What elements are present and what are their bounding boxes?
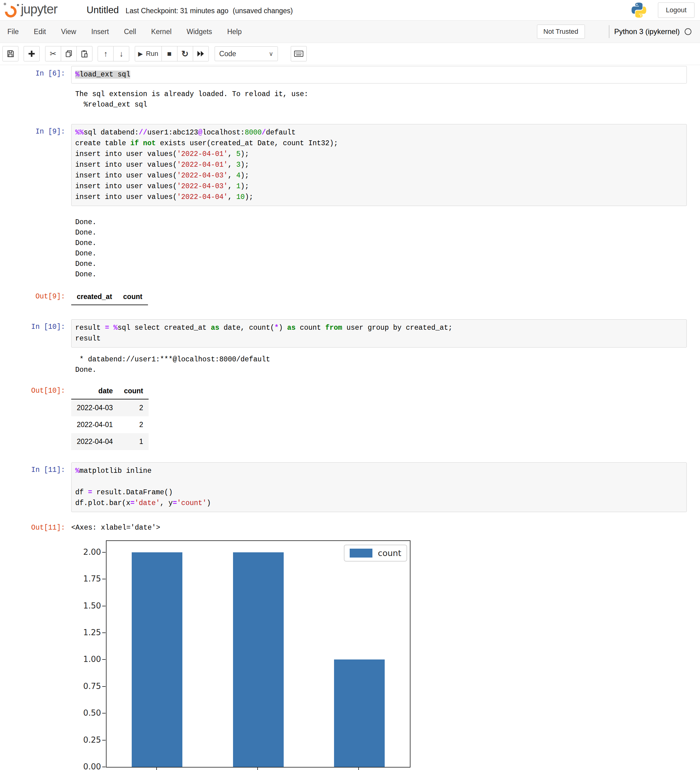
dropdown-chevron-icon: ∨ xyxy=(268,50,273,57)
interrupt-kernel-button[interactable]: ■ xyxy=(162,46,178,61)
code-token: 'count' xyxy=(177,499,207,507)
jupyter-logo-text: jupyter xyxy=(21,2,57,16)
menu-widgets[interactable]: Widgets xyxy=(187,28,212,36)
code-token: ) xyxy=(207,499,211,507)
code-input-area[interactable]: result = %sql select created_at as date,… xyxy=(71,319,687,348)
code-token: , xyxy=(228,150,236,158)
cell-output-stream: * databend://user1:***@localhost:8000/de… xyxy=(75,354,700,375)
table-header-cell: created_at xyxy=(71,290,118,305)
code-token: = xyxy=(88,489,92,497)
cell-output-row: Out[9]:created_atcount xyxy=(0,289,700,305)
restart-run-all-button[interactable] xyxy=(193,46,209,61)
code-token: = xyxy=(105,324,109,332)
python-logo-icon xyxy=(630,2,648,19)
code-token: ); xyxy=(240,150,249,158)
code-token: insert into user values( xyxy=(75,193,177,201)
chart-axes: count xyxy=(106,540,411,768)
code-input-area[interactable]: %load_ext sql xyxy=(71,66,687,84)
notebook-container: In [6]:%load_ext sqlThe sql extension is… xyxy=(0,65,700,770)
table-header-cell: date xyxy=(71,384,118,399)
cell-output-stream: Done.Done.Done.Done.Done.Done. xyxy=(75,217,700,280)
code-token: result.DataFrame() xyxy=(92,489,173,497)
output-area: datecount2022-04-0322022-04-0122022-04-0… xyxy=(71,383,149,450)
move-cell-up-button[interactable]: ↑ xyxy=(98,46,113,61)
y-tick-mark xyxy=(102,659,106,660)
cell-type-dropdown[interactable]: Code ∨ xyxy=(215,46,278,61)
menu-cell[interactable]: Cell xyxy=(124,28,136,36)
cut-icon: ✂ xyxy=(50,49,57,59)
copy-icon xyxy=(65,50,73,58)
menu-edit[interactable]: Edit xyxy=(34,28,46,36)
code-token: result xyxy=(75,335,101,343)
restart-icon: ↻ xyxy=(181,49,189,59)
paste-cell-button[interactable] xyxy=(76,46,92,61)
code-token: '2022-04-03' xyxy=(177,182,228,190)
code-token: // xyxy=(139,129,147,137)
toolbar: ✂ ↑ ↓ ▶Run ■ ↻ Code ∨ xyxy=(0,43,700,65)
code-token: date, count( xyxy=(219,324,274,332)
code-line: result = %sql select created_at as date,… xyxy=(75,323,683,333)
unsaved-changes-status: (unsaved changes) xyxy=(233,7,293,15)
menu-insert[interactable]: Insert xyxy=(91,28,109,36)
code-token: %% xyxy=(75,129,84,137)
code-token: count xyxy=(296,324,325,332)
restart-kernel-button[interactable]: ↻ xyxy=(177,46,193,61)
menu-view[interactable]: View xyxy=(61,28,76,36)
bar-2022-04-01 xyxy=(233,552,284,767)
run-icon: ▶ xyxy=(138,50,143,57)
code-token: insert into user values( xyxy=(75,171,177,180)
move-cell-down-button[interactable]: ↓ xyxy=(113,46,129,61)
y-tick-label: 1.25 xyxy=(75,628,101,637)
menu-kernel[interactable]: Kernel xyxy=(151,28,171,36)
notebook-title[interactable]: Untitled xyxy=(87,5,119,16)
stream-line: Done. xyxy=(75,248,700,259)
code-token: matplotlib inline xyxy=(79,467,152,475)
output-prompt: Out[11]: xyxy=(0,520,71,532)
y-tick-mark xyxy=(102,579,106,579)
stream-line: Done. xyxy=(75,259,700,269)
code-token: , y xyxy=(160,499,173,507)
code-token: 10 xyxy=(236,193,245,201)
table-cell: 2 xyxy=(118,399,149,416)
code-token xyxy=(139,139,143,147)
bar-2022-04-03 xyxy=(132,552,183,767)
menu-help[interactable]: Help xyxy=(227,28,242,36)
code-token: 4 xyxy=(236,171,241,180)
input-prompt: In [6]: xyxy=(0,66,71,78)
code-token: 1 xyxy=(236,182,241,190)
y-tick-label: 0.75 xyxy=(75,681,101,691)
code-cell: In [6]:%load_ext sql xyxy=(0,66,700,84)
jupyter-logo[interactable]: jupyter xyxy=(3,2,73,19)
stream-line: Done. xyxy=(75,269,700,280)
code-token: df xyxy=(75,489,88,497)
code-input-area[interactable]: %%sql databend://user1:abc123@localhost:… xyxy=(71,124,687,206)
stream-line: * databend://user1:***@localhost:8000/de… xyxy=(75,354,700,365)
save-button[interactable] xyxy=(2,46,18,61)
copy-cell-button[interactable] xyxy=(61,46,77,61)
add-cell-icon xyxy=(28,50,35,57)
code-line: df.plot.bar(x='date', y='count') xyxy=(75,498,683,509)
code-token: result xyxy=(75,324,105,332)
legend-swatch xyxy=(350,548,372,558)
command-palette-button[interactable] xyxy=(291,46,307,61)
not-trusted-button[interactable]: Not Trusted xyxy=(537,24,585,39)
table-cell: 1 xyxy=(118,433,149,450)
move-down-icon: ↓ xyxy=(120,49,123,59)
code-input-area[interactable]: %matplotlib inline df = result.DataFrame… xyxy=(71,463,687,512)
code-token: '2022-04-04' xyxy=(177,193,228,201)
code-token: , xyxy=(228,171,236,180)
result-table: created_atcount xyxy=(71,290,148,305)
code-token: ) xyxy=(279,324,287,332)
output-prompt: Out[10]: xyxy=(0,383,71,395)
code-line: %matplotlib inline xyxy=(75,466,683,477)
y-tick-label: 2.00 xyxy=(75,547,101,556)
kernel-idle-icon xyxy=(685,28,691,35)
run-button[interactable]: ▶Run xyxy=(135,46,162,61)
logout-button[interactable]: Logout xyxy=(658,2,695,18)
table-header-cell: count xyxy=(118,290,148,305)
input-prompt: In [9]: xyxy=(0,124,71,136)
menu-file[interactable]: File xyxy=(7,28,19,36)
cut-cell-button[interactable]: ✂ xyxy=(45,46,61,61)
code-token: load_ext sql xyxy=(79,71,131,79)
add-cell-button[interactable] xyxy=(24,46,40,61)
